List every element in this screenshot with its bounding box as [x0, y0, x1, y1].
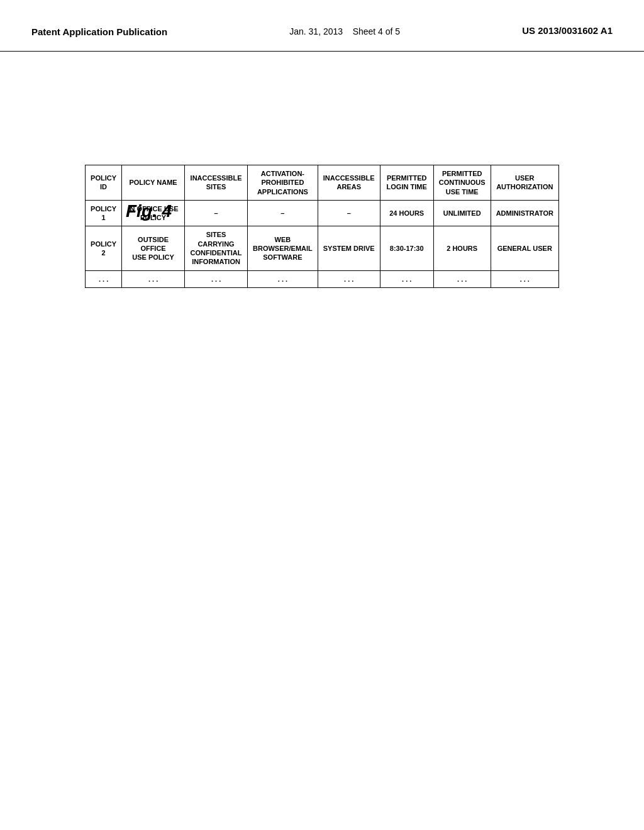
- cell-activation-1: –: [248, 200, 318, 226]
- cell-inaccess-areas-1: –: [318, 200, 380, 226]
- cell-login-time-1: 24 HOURS: [380, 200, 433, 226]
- cell-policy-id-1: POLICY1: [86, 200, 122, 226]
- header-left: Patent Application Publication: [31, 25, 167, 38]
- header-sheet: Sheet 4 of 5: [353, 26, 401, 36]
- cell-activation-2: WEB BROWSER/EMAILSOFTWARE: [248, 226, 318, 270]
- col-header-inaccessible-sites: INACCESSIBLESITES: [185, 165, 248, 201]
- policy-table: POLICYID POLICY NAME INACCESSIBLESITES A…: [85, 165, 559, 288]
- col-header-continuous: PERMITTEDCONTINUOUSUSE TIME: [433, 165, 491, 201]
- cell-continuous-3: . . .: [433, 270, 491, 287]
- header-date: Jan. 31, 2013: [289, 26, 343, 36]
- cell-continuous-1: UNLIMITED: [433, 200, 491, 226]
- cell-user-auth-1: ADMINISTRATOR: [491, 200, 558, 226]
- cell-activation-3: . . .: [248, 270, 318, 287]
- table-row: POLICY2 OUTSIDE OFFICEUSE POLICY SITES C…: [86, 226, 559, 270]
- col-header-user-auth: USERAUTHORIZATION: [491, 165, 558, 201]
- cell-policy-id-3: . . .: [86, 270, 122, 287]
- col-header-policy-id: POLICYID: [86, 165, 122, 201]
- col-header-activation: ACTIVATION-PROHIBITEDAPPLICATIONS: [248, 165, 318, 201]
- table-header-row: POLICYID POLICY NAME INACCESSIBLESITES A…: [86, 165, 559, 201]
- cell-policy-name-2: OUTSIDE OFFICEUSE POLICY: [122, 226, 185, 270]
- cell-policy-id-2: POLICY2: [86, 226, 122, 270]
- cell-inaccess-sites-3: . . .: [185, 270, 248, 287]
- header-center: Jan. 31, 2013 Sheet 4 of 5: [289, 25, 400, 38]
- cell-user-auth-2: GENERAL USER: [491, 226, 558, 270]
- cell-inaccess-areas-3: . . .: [318, 270, 380, 287]
- cell-user-auth-3: . . .: [491, 270, 558, 287]
- col-header-policy-name: POLICY NAME: [122, 165, 185, 201]
- main-content: POLICYID POLICY NAME INACCESSIBLESITES A…: [0, 52, 644, 288]
- fig-label: Fig. 4: [126, 201, 172, 221]
- cell-inaccess-sites-1: –: [185, 200, 248, 226]
- cell-inaccess-areas-2: SYSTEM DRIVE: [318, 226, 380, 270]
- cell-policy-name-3: . . .: [122, 270, 185, 287]
- cell-continuous-2: 2 HOURS: [433, 226, 491, 270]
- col-header-inaccessible-areas: INACCESSIBLEAREAS: [318, 165, 380, 201]
- header-right: US 2013/0031602 A1: [522, 25, 613, 36]
- table-row: . . . . . . . . . . . . . . . . . . . . …: [86, 270, 559, 287]
- col-header-login-time: PERMITTEDLOGIN TIME: [380, 165, 433, 201]
- cell-login-time-3: . . .: [380, 270, 433, 287]
- cell-inaccess-sites-2: SITES CARRYINGCONFIDENTIALINFORMATION: [185, 226, 248, 270]
- page-header: Patent Application Publication Jan. 31, …: [0, 0, 644, 52]
- cell-login-time-2: 8:30-17:30: [380, 226, 433, 270]
